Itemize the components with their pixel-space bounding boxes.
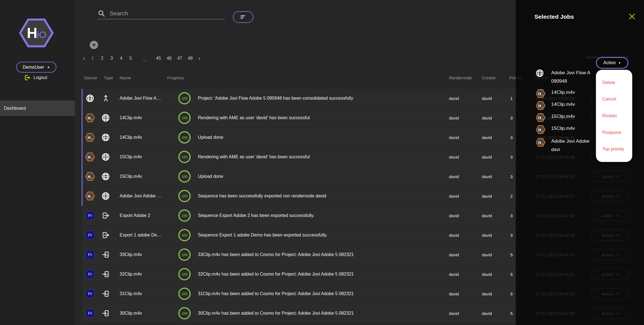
progress-ring: 100 xyxy=(178,170,191,183)
creator-value: david xyxy=(482,311,492,316)
filter-lines-icon xyxy=(240,15,246,19)
globe-icon xyxy=(86,94,94,103)
import-icon: A xyxy=(102,251,110,259)
menu-item-restart[interactable]: Restart xyxy=(596,113,632,118)
svg-text:co: co xyxy=(91,138,93,140)
pagination-page-48[interactable]: 48 xyxy=(188,56,193,61)
source-cell: Hco xyxy=(84,152,96,162)
logout-icon xyxy=(24,74,31,81)
svg-text:co: co xyxy=(541,118,544,121)
hco-icon: Hco xyxy=(535,100,546,111)
user-name: DemoUser xyxy=(23,65,44,70)
rendernode-value: david xyxy=(449,213,459,218)
pagination-page-4[interactable]: 4 xyxy=(119,56,123,61)
add-job-button[interactable]: + xyxy=(90,41,98,49)
panel-title: Selected Jobs xyxy=(534,13,574,20)
job-message: 30Clip.m4v has been added to Cosmo for P… xyxy=(198,311,354,316)
svg-text:Pr: Pr xyxy=(88,213,92,218)
menu-item-postpone[interactable]: Postpone xyxy=(596,130,632,135)
hco-icon: Hco xyxy=(535,124,546,135)
selected-job-name: 15Clip.m4v xyxy=(551,126,575,131)
job-message: 31Clip.m4v has been added to Cosmo for P… xyxy=(198,291,354,296)
progress-ring: 100 xyxy=(178,288,191,300)
progress-value: 100 xyxy=(181,194,188,198)
job-name: 31Clip.m4v xyxy=(120,291,171,296)
progress-ring: 100 xyxy=(178,307,191,319)
progress-value: 100 xyxy=(181,96,188,101)
job-name: Adobe Jovi Flow A… xyxy=(120,96,171,101)
progress-ring: 100 xyxy=(178,268,191,280)
menu-item-delete[interactable]: Delete xyxy=(596,80,632,85)
logout-button[interactable]: Logout xyxy=(24,74,47,81)
type-cell xyxy=(101,172,111,181)
svg-text:H: H xyxy=(87,175,90,179)
priority-value: 3 xyxy=(506,135,513,140)
consolidate-icon xyxy=(102,95,110,102)
import-icon: A xyxy=(102,290,110,298)
column-header-rendernode[interactable]: Rendernode xyxy=(449,75,472,80)
svg-text:H: H xyxy=(87,116,90,120)
pagination-page-45[interactable]: 45 xyxy=(156,56,161,61)
rendernode-value: david xyxy=(449,135,459,140)
type-cell xyxy=(101,192,111,200)
progress-value: 100 xyxy=(181,272,188,276)
pagination-page-2[interactable]: 2 xyxy=(100,56,104,61)
search-bar xyxy=(98,8,225,19)
pagination-prev-icon[interactable]: ‹ xyxy=(83,55,85,61)
pagination-page-1[interactable]: 1 xyxy=(91,56,94,61)
progress-ring: 100 xyxy=(178,112,191,124)
source-cell: Pr xyxy=(84,231,96,240)
priority-value: 5 xyxy=(506,252,513,257)
column-header-source[interactable]: Source xyxy=(84,75,97,80)
creator-value: david xyxy=(482,272,492,277)
search-input[interactable] xyxy=(109,10,225,17)
progress-value: 100 xyxy=(181,135,188,140)
progress-value: 100 xyxy=(181,253,188,257)
rendernode-value: david xyxy=(449,155,459,159)
pr-icon: Pr xyxy=(86,289,95,298)
rendernode-value: david xyxy=(449,174,459,179)
pagination-page-3[interactable]: 3 xyxy=(110,56,113,61)
progress-ring: 100 xyxy=(178,151,191,163)
svg-text:Pr: Pr xyxy=(88,252,92,257)
type-cell xyxy=(101,231,111,239)
panel-action-button[interactable]: Action ▼ xyxy=(596,57,628,69)
sidebar-item-dashboard[interactable]: Dashboard xyxy=(0,101,75,116)
priority-value: 3 xyxy=(506,155,513,159)
pagination-page-47[interactable]: 47 xyxy=(177,56,182,61)
export-icon xyxy=(102,231,110,239)
svg-text:H: H xyxy=(538,128,541,132)
menu-item-cancel[interactable]: Cancel xyxy=(596,97,632,102)
progress-value: 100 xyxy=(181,155,188,159)
globe-icon xyxy=(101,113,110,122)
svg-text:H: H xyxy=(87,155,90,159)
pagination-next-icon[interactable]: › xyxy=(198,55,200,61)
globe-icon xyxy=(101,152,110,161)
filter-button[interactable] xyxy=(233,11,254,23)
column-header-name[interactable]: Name xyxy=(120,75,131,80)
source-cell: Pr xyxy=(84,309,96,318)
priority-value: 3 xyxy=(506,116,513,120)
user-menu-button[interactable]: DemoUser ▼ xyxy=(16,62,56,73)
job-name: 14Clip.m4v xyxy=(120,115,171,120)
column-header-creator[interactable]: Creator xyxy=(482,75,496,80)
type-cell xyxy=(101,113,111,122)
source-cell: Hco xyxy=(84,132,96,143)
progress-ring: 100 xyxy=(178,229,191,241)
pagination-page-5[interactable]: 5 xyxy=(129,56,132,61)
rendernode-value: david xyxy=(449,291,459,296)
priority-value: 1 xyxy=(506,96,513,101)
selected-job-name: 14Clip.m4v xyxy=(551,90,575,95)
sidebar: H iO DemoUser ▼ Logout Dashboard xyxy=(0,0,75,325)
progress-value: 100 xyxy=(181,292,188,296)
pr-icon: Pr xyxy=(86,309,95,318)
column-header-progress[interactable]: Progress xyxy=(167,75,184,80)
pr-icon: Pr xyxy=(86,270,95,279)
menu-item-top-priority[interactable]: Top priority xyxy=(596,147,632,152)
globe-icon xyxy=(101,172,110,181)
job-name: Export 1 adobe De… xyxy=(120,233,171,238)
close-icon[interactable] xyxy=(629,13,635,20)
pagination-page-46[interactable]: 46 xyxy=(167,56,172,61)
sidebar-item-label: Dashboard xyxy=(4,106,26,111)
column-header-type[interactable]: Type xyxy=(104,75,113,80)
